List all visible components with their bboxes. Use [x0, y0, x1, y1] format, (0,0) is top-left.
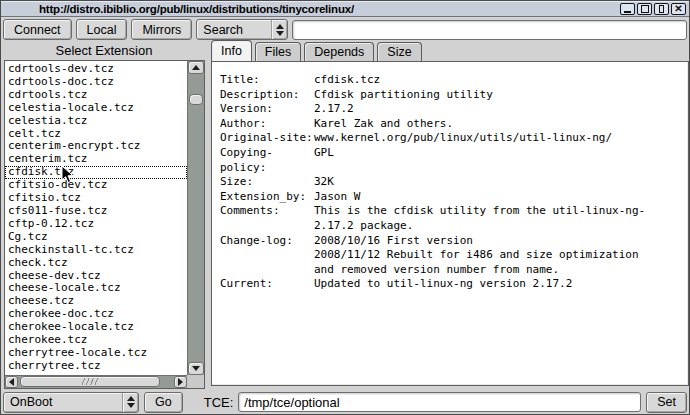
mirrors-button[interactable]: Mirrors [131, 19, 192, 40]
info-row: Author:Karel Zak and others. [220, 117, 680, 132]
bottombar: OnBoot Go TCE: /tmp/tce/optional Set [3, 391, 687, 413]
tce-label: TCE: [204, 395, 234, 410]
info-field-value: cfdisk.tcz [314, 73, 680, 88]
info-field-value: Cfdisk partitioning utility [314, 88, 680, 103]
list-item[interactable]: celestia-locale.tcz [5, 102, 187, 115]
info-row: Description:Cfdisk partitioning utility [220, 88, 680, 103]
info-field-value: GPL [314, 146, 680, 175]
down-arrow-icon [127, 403, 135, 408]
restore-button[interactable] [654, 3, 669, 15]
list-item[interactable]: cdrtools-doc.tcz [5, 76, 187, 89]
updown-arrows-icon [122, 393, 138, 412]
onboot-selected: OnBoot [4, 395, 122, 409]
tce-path-input[interactable]: /tmp/tce/optional [238, 392, 641, 412]
list-item[interactable]: cfs011-fuse.tcz [5, 205, 187, 218]
horizontal-scrollbar[interactable] [5, 375, 187, 388]
info-field-label: Size: [220, 175, 314, 190]
maximize-icon [641, 5, 649, 13]
down-arrow-icon [276, 31, 284, 36]
scroll-up-button[interactable] [188, 61, 204, 74]
go-button[interactable]: Go [144, 392, 183, 413]
titlebar: http://distro.ibiblio.org/pub/linux/dist… [1, 1, 689, 17]
info-row: Copying-policy:GPL [220, 146, 680, 175]
tab-bar: InfoFilesDependsSize [211, 41, 422, 61]
scroll-left-button[interactable] [5, 376, 18, 388]
grip-icon [81, 378, 99, 385]
tab-depends[interactable]: Depends [304, 42, 374, 61]
list-item[interactable]: check.tcz [5, 257, 187, 270]
info-field-value: 2008/10/16 First version 2008/11/12 Rebu… [314, 234, 680, 278]
info-row: Comments:This is the cfdisk utility from… [220, 204, 680, 233]
info-field-label: Change-log: [220, 234, 314, 278]
horizontal-scroll-track[interactable] [18, 376, 174, 388]
vertical-scroll-track[interactable] [188, 74, 204, 362]
info-row: Original-site:www.kernel.org/pub/linux/u… [220, 131, 680, 146]
scroll-right-button[interactable] [174, 376, 187, 388]
info-field-label: Copying-policy: [220, 146, 314, 175]
search-input[interactable] [292, 20, 687, 40]
onboot-dropdown[interactable]: OnBoot [3, 392, 139, 413]
local-button[interactable]: Local [76, 19, 128, 40]
up-arrow-icon [127, 396, 135, 401]
horizontal-scroll-thumb[interactable] [20, 376, 160, 387]
tab-size[interactable]: Size [377, 42, 421, 61]
toolbar: Connect Local Mirrors Search [3, 19, 687, 40]
scrollbar-corner [187, 375, 204, 388]
restore-icon [659, 5, 664, 13]
info-row: Current:Updated to util-linux-ng version… [220, 277, 680, 292]
vertical-scroll-thumb[interactable] [189, 94, 203, 105]
info-field-label: Current: [220, 277, 314, 292]
window-controls: ✕ [620, 3, 689, 15]
info-field-label: Author: [220, 117, 314, 132]
close-icon: ✕ [674, 4, 682, 14]
list-item[interactable]: checkinstall-tc.tcz [5, 244, 187, 257]
list-item[interactable]: cherrytree-locale.tcz [5, 347, 187, 360]
list-item[interactable]: cherokee.tcz [5, 334, 187, 347]
close-button[interactable]: ✕ [671, 3, 686, 15]
info-row: Extension_by:Jason W [220, 190, 680, 205]
info-panel: Title:cfdisk.tczDescription:Cfdisk parti… [211, 61, 689, 386]
list-item[interactable]: cdrtools-dev.tcz [5, 63, 187, 76]
info-field-value: Jason W [314, 190, 680, 205]
down-arrow-icon [192, 366, 200, 371]
search-mode-selected: Search [197, 23, 271, 37]
left-arrow-icon [9, 378, 14, 386]
set-button[interactable]: Set [646, 392, 687, 413]
list-item[interactable]: cftp-0.12.tcz [5, 218, 187, 231]
maximize-button[interactable] [637, 3, 652, 15]
updown-arrows-icon [271, 20, 287, 39]
info-field-value: 32K [314, 175, 680, 190]
info-field-value: This is the cfdisk utility from the util… [314, 204, 680, 233]
extension-listbox: cdrtools-dev.tczcdrtools-doc.tczcdrtools… [4, 60, 205, 389]
info-field-value: Karel Zak and others. [314, 117, 680, 132]
info-field-label: Extension_by: [220, 190, 314, 205]
tab-files[interactable]: Files [255, 42, 301, 61]
minimize-icon [624, 11, 631, 13]
list-item[interactable]: celestia.tcz [5, 115, 187, 128]
up-arrow-icon [276, 24, 284, 29]
window-title: http://distro.ibiblio.org/pub/linux/dist… [1, 3, 354, 15]
info-row: Title:cfdisk.tcz [220, 73, 680, 88]
info-row: Change-log:2008/10/16 First version 2008… [220, 234, 680, 278]
info-field-label: Comments: [220, 204, 314, 233]
tce-path-value: /tmp/tce/optional [244, 395, 339, 410]
list-item[interactable]: cherrytree.tcz [5, 360, 187, 373]
list-item[interactable]: Cg.tcz [5, 231, 187, 244]
info-field-label: Original-site: [220, 131, 314, 146]
info-row: Version:2.17.2 [220, 102, 680, 117]
select-extension-heading: Select Extension [3, 42, 205, 59]
extension-list: cdrtools-dev.tczcdrtools-doc.tczcdrtools… [5, 61, 187, 375]
connect-button[interactable]: Connect [3, 19, 72, 40]
search-mode-dropdown[interactable]: Search [196, 19, 288, 40]
list-item[interactable]: cdrtools.tcz [5, 89, 187, 102]
info-row: Size:32K [220, 175, 680, 190]
up-arrow-icon [192, 65, 200, 70]
minimize-button[interactable] [620, 3, 635, 15]
info-field-value: 2.17.2 [314, 102, 680, 117]
info-content: Title:cfdisk.tczDescription:Cfdisk parti… [220, 73, 680, 292]
scroll-down-button[interactable] [188, 362, 204, 375]
tab-info[interactable]: Info [211, 40, 252, 61]
vertical-scrollbar[interactable] [187, 61, 204, 375]
info-field-value: www.kernel.org/pub/linux/utils/util-linu… [314, 131, 680, 146]
right-arrow-icon [178, 378, 183, 386]
